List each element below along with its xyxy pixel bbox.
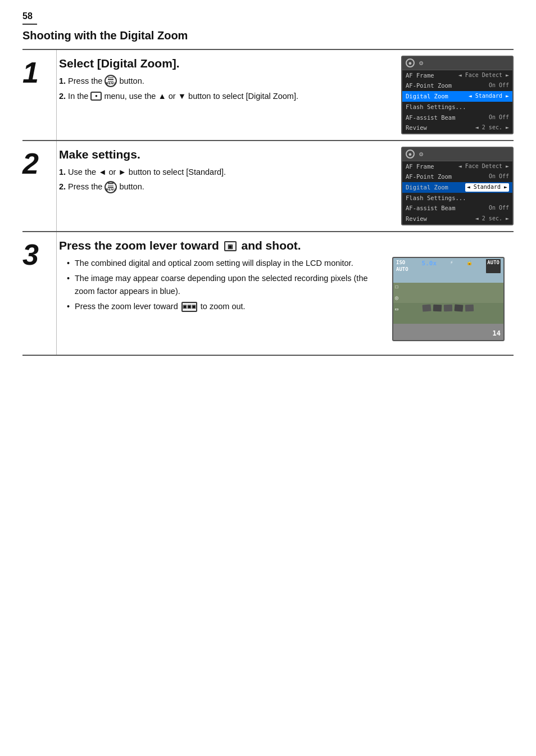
screen-2-row-digital-zoom: Digital Zoom ◄ Standard ►: [402, 182, 512, 193]
screen-3-top-bar: ISOAUTO 5.0x ⚡ 🔒 AUTO: [393, 259, 503, 273]
screen-3-auto: AUTO: [486, 259, 501, 273]
screen-2-camera-icon: ●: [406, 150, 415, 159]
page-container: 58 Shooting with the Digital Zoom 1 Sele…: [0, 0, 536, 378]
step-3-image: ISOAUTO 5.0x ⚡ 🔒 AUTO ☐ ◎ ▭: [392, 257, 505, 341]
step-1-instruction-1: 1. Press the MENU button.: [59, 75, 381, 88]
step-2-number: 2: [22, 141, 56, 231]
screen-3-flash: ⚡: [450, 259, 453, 273]
zoom-tele-icon: ▣: [224, 241, 237, 251]
screen-2-row-af-frame: AF Frame ◄ Face Detect ►: [402, 161, 512, 172]
screen-3-iso: ISOAUTO: [396, 259, 408, 273]
screen-3-shot-count: 14: [493, 329, 501, 338]
step-3-bullet-list: The combined digital and optical zoom se…: [67, 257, 383, 313]
step-3-heading: Press the zoom lever toward ▣ and shoot.: [59, 239, 505, 252]
step-3-screen: ISOAUTO 5.0x ⚡ 🔒 AUTO ☐ ◎ ▭: [392, 257, 505, 341]
screen-3-icon-circle: ◎: [395, 294, 398, 302]
screen-2-header: ● ⚙: [402, 148, 512, 161]
screen-1-row-af-point: AF-Point Zoom On Off: [402, 80, 512, 91]
step-3-row: 3 Press the zoom lever toward ▣ and shoo…: [22, 232, 514, 356]
screen-1-row-flash: Flash Settings...: [402, 102, 512, 112]
step-3-text: The combined digital and optical zoom se…: [59, 257, 383, 341]
step-1-screen: ● ⚙ AF Frame ◄ Face Detect ► AF-Point Zo…: [401, 56, 514, 134]
step-3-body: The combined digital and optical zoom se…: [59, 257, 383, 313]
screen-3-zoom: 5.0x: [422, 259, 437, 273]
step-3-bullet-3: Press the zoom lever toward ▣▣▣ to zoom …: [67, 300, 383, 313]
screen-3-icon-rect: ☐: [395, 283, 398, 291]
screen-2-row-flash: Flash Settings...: [402, 193, 512, 203]
step-1-number: 1: [22, 50, 56, 140]
screen-1-row-af-frame: AF Frame ◄ Face Detect ►: [402, 70, 512, 81]
step-3-bottom: The combined digital and optical zoom se…: [59, 257, 505, 341]
step-1-body: 1. Press the MENU button. 2. In the menu…: [59, 75, 381, 103]
photo-scene: [405, 299, 493, 328]
step-2-row: 2 Make settings. 1. Use the ◄ or ► butto…: [22, 141, 514, 232]
step-1-heading: Select [Digital Zoom].: [59, 57, 381, 70]
step-1-content: Select [Digital Zoom]. 1. Press the MENU…: [56, 50, 390, 140]
step-2-image: ● ⚙ AF Frame ◄ Face Detect ► AF-Point Zo…: [390, 141, 514, 231]
step-3-number: 3: [22, 232, 56, 355]
screen-2-row-review: Review ◄ 2 sec. ►: [402, 214, 512, 224]
step-2-instruction-1: 1. Use the ◄ or ► button to select [Stan…: [59, 166, 381, 178]
shooting-mode-icon: [90, 92, 102, 101]
screen-2-gear-icon: ⚙: [419, 150, 423, 159]
screen-1-gear-icon: ⚙: [419, 58, 423, 68]
menu-button-icon-2: MENU: [105, 181, 117, 193]
steps-container: 1 Select [Digital Zoom]. 1. Press the ME…: [22, 49, 514, 356]
step-2-screen: ● ⚙ AF Frame ◄ Face Detect ► AF-Point Zo…: [401, 147, 514, 225]
screen-2-row-af-point: AF-Point Zoom On Off: [402, 171, 512, 182]
screen-3-lock: 🔒: [466, 259, 473, 273]
step-1-row: 1 Select [Digital Zoom]. 1. Press the ME…: [22, 50, 514, 141]
step-1-instruction-2: 2. In the menu, use the ▲ or ▼ button to…: [59, 90, 381, 102]
step-3-content: Press the zoom lever toward ▣ and shoot.…: [56, 232, 514, 355]
step-3-bullet-2: The image may appear coarse depending up…: [67, 272, 383, 297]
screen-3-icon-bar: ▭: [395, 305, 398, 313]
step-2-body: 1. Use the ◄ or ► button to select [Stan…: [59, 166, 381, 194]
screen-1-row-review: Review ◄ 2 sec. ►: [402, 123, 512, 133]
page-number: 58: [22, 11, 514, 29]
step-3-bullet-1: The combined digital and optical zoom se…: [67, 257, 383, 269]
screen-1-row-af-assist: AF-assist Beam On Off: [402, 112, 512, 123]
step-2-instruction-2: 2. Press the MENU button.: [59, 180, 381, 193]
step-2-heading: Make settings.: [59, 148, 381, 161]
menu-button-icon: MENU: [105, 75, 117, 87]
screen-1-header: ● ⚙: [402, 57, 512, 70]
step-1-image: ● ⚙ AF Frame ◄ Face Detect ► AF-Point Zo…: [390, 50, 514, 140]
zoom-wide-icon: ▣▣▣: [181, 302, 197, 312]
screen-1-row-digital-zoom: Digital Zoom ◄ Standard ►: [402, 91, 512, 102]
section-title: Shooting with the Digital Zoom: [22, 29, 514, 42]
step-2-content: Make settings. 1. Use the ◄ or ► button …: [56, 141, 390, 231]
screen-3-left-icons: ☐ ◎ ▭: [395, 283, 398, 313]
screen-1-camera-icon: ●: [406, 58, 415, 67]
screen-2-row-af-assist: AF-assist Beam On Off: [402, 203, 512, 214]
